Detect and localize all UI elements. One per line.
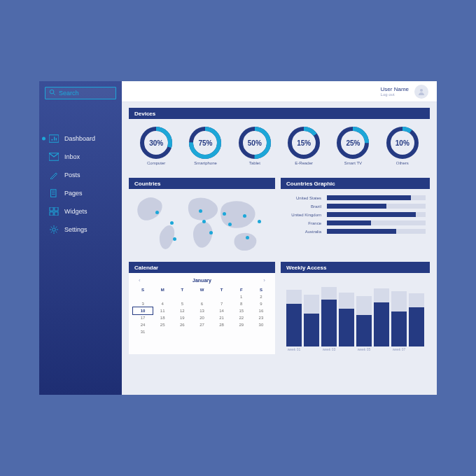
donut-label: Smartphone [194,161,217,165]
donut-value: 10% [386,126,419,160]
user-name[interactable]: User Name Log out [381,86,409,97]
calendar-dow: S [133,286,153,293]
countries-graphic-card: Countries Graphic United StatesBrazilUni… [281,178,430,256]
sidebar-item-label: Dashboard [64,135,95,142]
dashboard-icon [49,134,59,143]
calendar-prev[interactable]: ‹ [139,277,141,284]
calendar-week: 17181920212223 [133,314,271,321]
calendar-day [232,328,251,335]
calendar-day[interactable]: 17 [133,314,153,321]
sidebar-item-widgets[interactable]: Widgets [39,203,122,220]
weekly-col: week 03 [321,287,337,351]
sidebar-item-label: Posts [64,172,80,178]
sidebar-item-posts[interactable]: Posts [39,167,122,183]
calendar-day[interactable]: 28 [212,321,232,328]
calendar-day [192,293,211,300]
calendar-day[interactable]: 31 [133,328,153,335]
calendar-day[interactable]: 1 [232,293,251,300]
calendar-day[interactable]: 8 [232,300,251,307]
app-window: Search DashboardInboxPostsPagesWidgetsSe… [39,81,437,395]
posts-icon [49,171,59,179]
calendar-day[interactable]: 5 [172,300,192,307]
calendar-day[interactable]: 16 [251,307,271,314]
weekly-bar-fill [321,300,337,346]
svg-line-22 [51,232,52,233]
calendar-day[interactable]: 4 [153,300,172,307]
calendar-dow-row: SMTWTFS [133,286,271,293]
donut-label: Smart TV [344,161,362,165]
calendar-day[interactable]: 12 [172,307,192,314]
bar-track [327,212,426,217]
calendar-day[interactable]: 24 [133,321,153,328]
calendar-day[interactable]: 6 [192,300,211,307]
weekly-bar [304,295,319,346]
weekly-bar-fill [304,314,319,346]
calendar-day[interactable]: 30 [251,321,271,328]
search-input[interactable]: Search [45,87,116,99]
svg-line-20 [51,227,52,228]
pages-icon [49,189,59,197]
calendar-day[interactable]: 10 [133,307,153,314]
weekly-col: week 07 [391,291,407,351]
countries-title: Countries [129,178,275,189]
calendar-day[interactable]: 3 [133,300,153,307]
donut-chart: 30% [139,126,173,160]
weekly-body: week 01week 02week 03week 04week 05week … [281,273,430,354]
calendar-dow: W [192,286,211,293]
donut-label: Others [396,161,409,165]
weekly-card: Weekly Access week 01week 02week 03week … [281,262,430,354]
calendar-day[interactable]: 13 [192,307,211,314]
calendar-day [172,328,192,335]
sidebar-item-label: Widgets [64,208,88,215]
bar-track [327,204,426,209]
svg-rect-13 [50,212,53,216]
calendar-next[interactable]: › [263,277,265,284]
avatar[interactable] [414,85,428,99]
sidebar-item-settings[interactable]: Settings [39,221,122,238]
donut-label: Computer [147,161,165,165]
weekly-bar-fill [339,309,354,346]
calendar-day[interactable]: 19 [172,314,192,321]
sidebar-item-pages[interactable]: Pages [39,185,122,202]
calendar-day[interactable]: 25 [153,321,172,328]
calendar-week: 31 [133,328,271,335]
calendar-day[interactable]: 11 [153,307,172,314]
bar-track [327,195,426,200]
calendar-day[interactable]: 15 [232,307,251,314]
calendar-day[interactable]: 21 [212,314,232,321]
weekly-bar [286,290,302,346]
donut-value: 30% [139,126,173,160]
weekly-bar-fill [286,304,302,346]
calendar-day[interactable]: 23 [251,314,271,321]
calendar-dow: T [212,286,232,293]
calendar-day[interactable]: 14 [212,307,232,314]
calendar-day[interactable]: 2 [251,293,271,300]
weekly-bar-fill [391,312,407,346]
calendar-day[interactable]: 27 [192,321,211,328]
calendar-day[interactable]: 20 [192,314,211,321]
calendar-day[interactable]: 22 [232,314,251,321]
svg-rect-7 [51,190,57,197]
calendar-card: Calendar ‹ January › SMTWTFS 12345678910… [129,262,275,354]
sidebar-item-dashboard[interactable]: Dashboard [39,130,122,147]
calendar-day[interactable]: 29 [232,321,251,328]
calendar-day[interactable]: 18 [153,314,172,321]
sidebar-item-inbox[interactable]: Inbox [39,148,122,165]
bar-row: Australia [285,229,426,234]
bar-label: United Kingdom [285,213,324,217]
device-computer: 30%Computer [139,126,173,165]
weekly-label: week 01 [288,347,301,351]
sidebar-item-label: Inbox [64,153,80,160]
calendar-dow: M [153,286,172,293]
calendar-week: 3456789 [133,300,271,307]
calendar-day[interactable]: 7 [212,300,232,307]
calendar-day[interactable]: 26 [172,321,192,328]
calendar-body: ‹ January › SMTWTFS 12345678910111213141… [129,273,275,354]
bar-track [327,220,426,225]
calendar-day [212,293,232,300]
calendar-day [153,293,172,300]
calendar-day[interactable]: 9 [251,300,271,307]
svg-point-3 [51,139,52,141]
donut-chart: 15% [287,126,321,160]
calendar-week: 10111213141516 [133,307,271,314]
